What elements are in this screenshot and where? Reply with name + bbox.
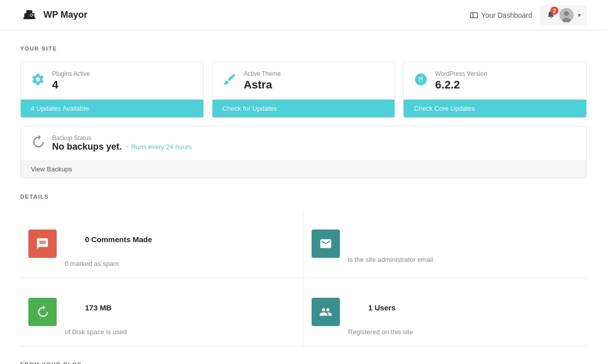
svg-rect-5: [470, 13, 478, 18]
plugins-info: Plugins Active 4: [52, 70, 90, 92]
disk-sub: of Disk space is used: [65, 328, 132, 336]
theme-value: Astra: [244, 78, 281, 92]
theme-card-top: Active Theme Astra: [212, 62, 395, 100]
logo: WP Mayor: [20, 6, 88, 24]
blog-section: FROM YOUR BLOG: [20, 361, 587, 364]
backup-info: Backup Status No backups yet. ↑ Runs eve…: [52, 134, 192, 152]
disk-text: 173 MB of Disk space is used: [65, 288, 132, 336]
plugins-card: Plugins Active 4 4 Updates Available: [20, 62, 204, 118]
avatar-icon: [559, 8, 574, 22]
disk-main: 173 MB: [65, 288, 132, 327]
backup-icon: [31, 135, 45, 152]
main-content: YOUR SITE Plugins Active 4 4 Updates Ava…: [0, 30, 607, 364]
disk-detail: 173 MB of Disk space is used: [20, 278, 304, 346]
disk-icon: [36, 305, 49, 318]
details-title: DETAILS: [20, 194, 587, 200]
comments-icon-box: [28, 230, 57, 258]
paint-icon: [223, 72, 237, 89]
dashboard-link[interactable]: Your Dashboard: [470, 11, 532, 19]
svg-point-8: [564, 11, 569, 16]
wp-version-label: WordPress Version: [435, 70, 487, 77]
disk-icon-box: [28, 298, 57, 326]
runs-text: ↑ Runs every 24 hours: [126, 143, 192, 151]
theme-info: Active Theme Astra: [244, 70, 281, 92]
email-icon-box: [312, 230, 340, 258]
blog-title: FROM YOUR BLOG: [20, 361, 587, 364]
users-icon: [319, 305, 332, 318]
theme-card: Active Theme Astra Check for Updates: [212, 62, 396, 118]
email-icon: [319, 237, 332, 250]
backup-status-label: Backup Status: [52, 134, 192, 142]
user-menu-chevron[interactable]: ▾: [578, 12, 581, 19]
gear-icon: [31, 72, 45, 89]
details-section: DETAILS 0 Comments Made 0 marked as spam: [20, 194, 587, 346]
site-cards: Plugins Active 4 4 Updates Available Act…: [20, 62, 587, 118]
svg-text:W: W: [419, 77, 423, 82]
comments-detail: 0 Comments Made 0 marked as spam: [20, 210, 304, 278]
users-icon-box: [312, 298, 340, 326]
logo-icon: [20, 6, 38, 24]
avatar[interactable]: [559, 8, 574, 22]
comments-icon: [36, 237, 49, 250]
backup-main-text: No backups yet. ↑ Runs every 24 hours: [52, 142, 192, 152]
header-actions: 2 ▾: [540, 5, 587, 25]
wp-version-value: 6.2.2: [435, 78, 487, 92]
users-detail: 1 Users Registered on this site: [304, 278, 587, 346]
email-sub: is the site administrator email: [348, 256, 433, 263]
comments-sub: 0 marked as spam: [65, 260, 172, 267]
plugins-label: Plugins Active: [52, 70, 90, 77]
wp-version-info: WordPress Version 6.2.2: [435, 70, 487, 92]
svg-rect-2: [23, 17, 35, 19]
email-detail: is the site administrator email: [304, 210, 587, 278]
dashboard-icon: [470, 11, 478, 19]
check-core-updates-button[interactable]: Check Core Updates: [404, 100, 586, 117]
email-main: [348, 224, 433, 255]
check-updates-button[interactable]: Check for Updates: [212, 100, 395, 117]
users-sub: Registered on this site: [348, 328, 416, 336]
header: WP Mayor Your Dashboard 2: [0, 0, 607, 30]
notifications-bell[interactable]: 2: [546, 10, 555, 20]
wp-version-card: W WordPress Version 6.2.2 Check Core Upd…: [403, 62, 587, 118]
dashboard-label: Your Dashboard: [481, 11, 532, 19]
backup-card: Backup Status No backups yet. ↑ Runs eve…: [20, 126, 587, 178]
comments-text: 0 Comments Made 0 marked as spam: [65, 220, 172, 267]
wordpress-icon: W: [414, 72, 428, 89]
details-grid: 0 Comments Made 0 marked as spam is the …: [20, 210, 587, 346]
header-right: Your Dashboard 2 ▾: [470, 5, 587, 25]
plugins-card-top: Plugins Active 4: [21, 62, 203, 100]
email-text: is the site administrator email: [348, 224, 433, 263]
view-backups-button[interactable]: View Backups: [21, 160, 586, 178]
logo-text: WP Mayor: [44, 10, 88, 20]
wp-card-top: W WordPress Version 6.2.2: [404, 62, 586, 100]
plugins-updates-button[interactable]: 4 Updates Available: [21, 100, 203, 117]
notification-count: 2: [550, 7, 558, 15]
users-main: 1 Users: [348, 288, 416, 327]
comments-main: 0 Comments Made: [65, 220, 172, 259]
backup-card-top: Backup Status No backups yet. ↑ Runs eve…: [21, 126, 586, 160]
your-site-title: YOUR SITE: [20, 46, 587, 52]
no-backups-text: No backups yet.: [52, 142, 122, 152]
plugins-value: 4: [52, 78, 90, 92]
theme-label: Active Theme: [244, 70, 281, 77]
your-site-section: YOUR SITE Plugins Active 4 4 Updates Ava…: [20, 46, 587, 178]
users-text: 1 Users Registered on this site: [348, 288, 416, 336]
